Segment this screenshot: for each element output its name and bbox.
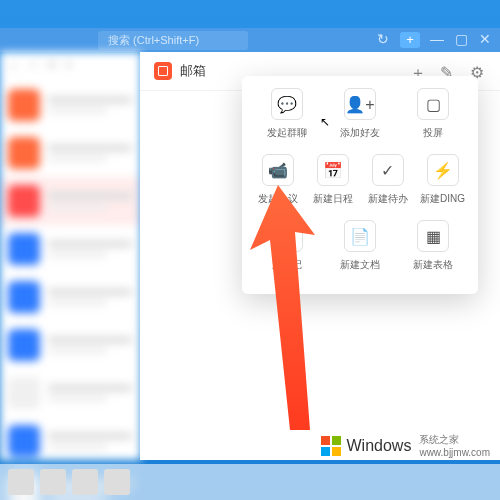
avatar: [8, 185, 40, 217]
action-todo[interactable]: ✓新建待办: [363, 154, 413, 206]
taskbar[interactable]: [0, 464, 500, 500]
note-icon: 📝: [271, 220, 303, 252]
mail-icon: [154, 62, 172, 80]
titlebar: 搜索 (Ctrl+Shift+F) ↻ + — ▢ ✕: [0, 28, 500, 52]
maximize-button[interactable]: ▢: [454, 32, 468, 46]
add-icon[interactable]: ＋: [8, 58, 20, 75]
avatar: [8, 377, 40, 409]
svg-rect-2: [321, 447, 330, 456]
list-item[interactable]: [0, 369, 140, 417]
calendar-icon: 📅: [317, 154, 349, 186]
avatar: [8, 329, 40, 361]
avatar: [8, 137, 40, 169]
action-doc[interactable]: 📄新建文档: [335, 220, 385, 272]
action-label: 发起会议: [258, 192, 298, 206]
taskbar-item[interactable]: [104, 469, 130, 495]
cursor-icon: ↖: [320, 115, 330, 129]
action-note[interactable]: 📝脑闪记: [262, 220, 312, 272]
chat-sidebar: ＋ ☆ ⟳ ≡: [0, 52, 141, 460]
action-video[interactable]: 📹发起会议: [253, 154, 303, 206]
avatar: [8, 233, 40, 265]
action-label: 投屏: [423, 126, 443, 140]
sheet-icon: ▦: [417, 220, 449, 252]
quick-action-popup: 💬发起群聊👤+添加好友▢投屏📹发起会议📅新建日程✓新建待办⚡新建DING📝脑闪记…: [242, 76, 478, 294]
taskbar-item[interactable]: [8, 469, 34, 495]
taskbar-item[interactable]: [72, 469, 98, 495]
taskbar-item[interactable]: [40, 469, 66, 495]
action-label: 脑闪记: [272, 258, 302, 272]
action-label: 新建表格: [413, 258, 453, 272]
list-item[interactable]: [0, 321, 140, 369]
watermark: Windows 系统之家www.bjjmw.com: [321, 433, 490, 458]
doc-icon: 📄: [344, 220, 376, 252]
cast-icon: ▢: [417, 88, 449, 120]
chat-icon: 💬: [271, 88, 303, 120]
add-friend-icon: 👤+: [344, 88, 376, 120]
star-icon[interactable]: ☆: [28, 58, 39, 75]
history-icon[interactable]: ↻: [376, 32, 390, 46]
avatar: [8, 425, 40, 457]
svg-rect-1: [332, 436, 341, 445]
todo-icon: ✓: [372, 154, 404, 186]
page-title: 邮箱: [180, 62, 206, 80]
action-sheet[interactable]: ▦新建表格: [408, 220, 458, 272]
action-chat[interactable]: 💬发起群聊: [262, 88, 312, 140]
windows-logo-icon: [321, 436, 341, 456]
video-icon: 📹: [262, 154, 294, 186]
refresh-icon[interactable]: ⟳: [47, 58, 57, 75]
avatar: [8, 281, 40, 313]
close-button[interactable]: ✕: [478, 32, 492, 46]
action-label: 新建文档: [340, 258, 380, 272]
action-cast[interactable]: ▢投屏: [408, 88, 458, 140]
action-calendar[interactable]: 📅新建日程: [308, 154, 358, 206]
action-label: 添加好友: [340, 126, 380, 140]
list-item[interactable]: [0, 129, 140, 177]
avatar: [8, 89, 40, 121]
ding-icon: ⚡: [427, 154, 459, 186]
menu-icon[interactable]: ≡: [65, 58, 72, 75]
action-add-friend[interactable]: 👤+添加好友: [335, 88, 385, 140]
minimize-button[interactable]: —: [430, 32, 444, 46]
list-item[interactable]: [0, 273, 140, 321]
list-item[interactable]: [0, 417, 140, 465]
new-tab-button[interactable]: +: [400, 32, 420, 48]
action-ding[interactable]: ⚡新建DING: [418, 154, 468, 206]
action-label: 新建待办: [368, 192, 408, 206]
svg-rect-0: [321, 436, 330, 445]
svg-rect-3: [332, 447, 341, 456]
action-label: 新建DING: [420, 192, 465, 206]
search-input[interactable]: 搜索 (Ctrl+Shift+F): [98, 31, 248, 50]
action-label: 发起群聊: [267, 126, 307, 140]
list-item[interactable]: [0, 225, 140, 273]
action-label: 新建日程: [313, 192, 353, 206]
list-item[interactable]: [0, 177, 140, 225]
list-item[interactable]: [0, 81, 140, 129]
